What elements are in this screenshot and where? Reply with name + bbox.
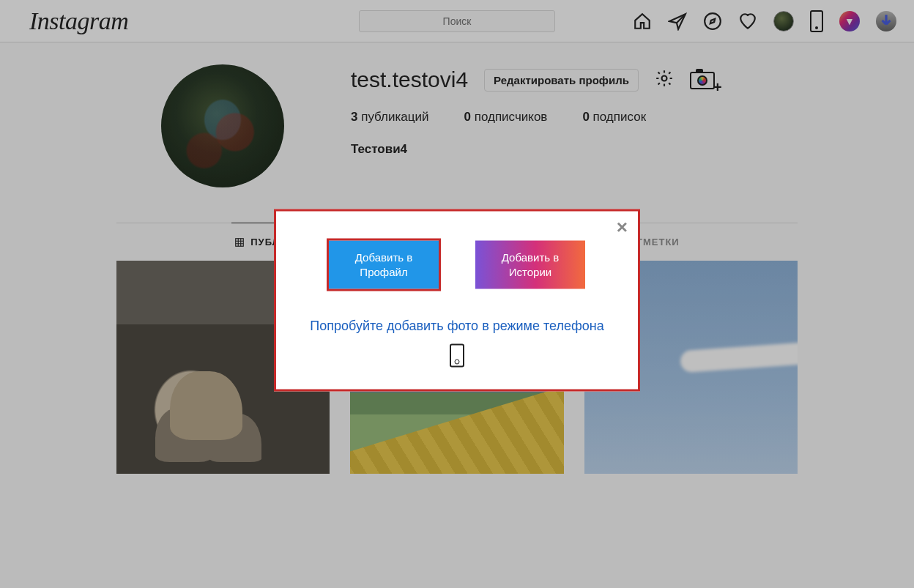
stat-following-label: подписок [593, 110, 647, 124]
modal-hint-text: Попробуйте добавить фото в режиме телефо… [289, 319, 625, 334]
add-media-camera-icon[interactable]: + [690, 69, 719, 91]
grid-icon [234, 237, 245, 248]
profile-info: test.testovi4 Редактировать профиль + 3 … [351, 64, 798, 187]
stat-followers-count: 0 [464, 110, 470, 124]
activity-heart-icon[interactable] [738, 12, 757, 31]
phone-mode-icon[interactable] [810, 10, 823, 32]
add-stories-line1: Добавить в [502, 250, 559, 263]
avatar-wrap [116, 64, 329, 187]
edit-profile-button[interactable]: Редактировать профиль [484, 69, 639, 92]
extension-downloader-icon[interactable]: ▼ [839, 11, 860, 31]
stat-posts-label: публикаций [361, 110, 428, 124]
modal-buttons: Добавить в Профайл Добавить в Истории [289, 241, 625, 289]
svg-point-1 [661, 76, 666, 81]
explore-icon[interactable] [703, 12, 722, 31]
top-bar: Instagram ▼ [0, 0, 914, 42]
modal-close-icon[interactable]: × [617, 217, 628, 237]
home-icon[interactable] [633, 12, 652, 31]
stat-followers[interactable]: 0 подписчиков [464, 110, 547, 124]
extension-download2-icon[interactable] [876, 11, 896, 31]
stat-posts[interactable]: 3 публикаций [351, 110, 428, 124]
profile-header: test.testovi4 Редактировать профиль + 3 … [116, 64, 798, 187]
direct-icon[interactable] [668, 12, 687, 31]
add-profile-line2: Профайл [360, 266, 407, 278]
stat-followers-label: подписчиков [475, 110, 548, 124]
search-input[interactable] [359, 10, 555, 32]
stat-following[interactable]: 0 подписок [582, 110, 646, 124]
add-to-stories-button[interactable]: Добавить в Истории [475, 241, 585, 289]
add-to-profile-button[interactable]: Добавить в Профайл [329, 241, 439, 289]
username: test.testovi4 [351, 67, 468, 92]
search-container [359, 10, 555, 32]
stat-following-count: 0 [582, 110, 589, 124]
profile-stats: 3 публикаций 0 подписчиков 0 подписок [351, 110, 798, 124]
svg-point-0 [705, 13, 721, 29]
stat-posts-count: 3 [351, 110, 357, 124]
settings-gear-icon[interactable] [655, 69, 674, 91]
add-profile-line1: Добавить в [355, 250, 412, 263]
profile-bio: Тестови4 [351, 142, 798, 157]
phone-icon[interactable] [450, 344, 464, 368]
profile-avatar[interactable] [161, 64, 284, 187]
instagram-logo[interactable]: Instagram [29, 7, 128, 35]
add-media-modal: × Добавить в Профайл Добавить в Истории … [274, 209, 640, 392]
profile-row-actions: test.testovi4 Редактировать профиль + [351, 67, 798, 92]
profile-avatar-nav[interactable] [773, 11, 794, 31]
add-stories-line2: Истории [509, 266, 551, 278]
nav-icons: ▼ [633, 10, 896, 32]
svg-rect-2 [236, 238, 244, 246]
